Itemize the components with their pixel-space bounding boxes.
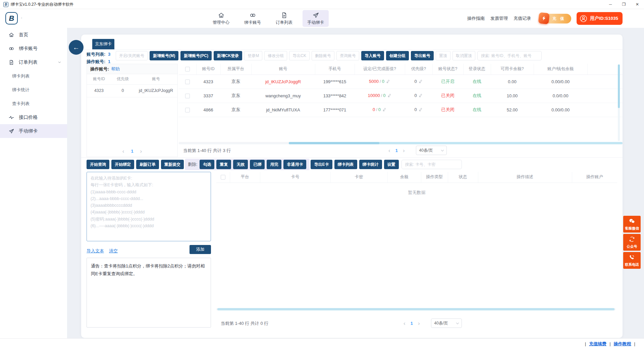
- close-button[interactable]: ✕: [631, 0, 644, 9]
- sidebar-item-bind-card-stats[interactable]: 绑卡统计: [0, 83, 67, 97]
- export-ecard-button[interactable]: 导出E卡: [311, 160, 332, 169]
- home-icon: [218, 12, 225, 19]
- chevron-right-icon[interactable]: ›: [21, 15, 22, 20]
- horizontal-scrollbar[interactable]: [179, 142, 623, 144]
- recharge-button[interactable]: 充 值: [542, 14, 571, 23]
- page-size-select[interactable]: 40条/页: [431, 318, 462, 328]
- export-ck-button[interactable]: 导出CK: [289, 51, 310, 60]
- vertical-scrollbar[interactable]: [618, 64, 620, 141]
- ecard-input[interactable]: [87, 172, 211, 241]
- edit-icon[interactable]: [419, 93, 423, 99]
- pagination-info: 当前第 1-40 行 共计 0 行: [221, 320, 268, 327]
- edit-icon[interactable]: [387, 93, 392, 99]
- add-ck-login-button[interactable]: 新增CK登录: [214, 51, 242, 60]
- prev-page-button[interactable]: ‹: [122, 148, 124, 154]
- create-group-button[interactable]: 创建分组: [386, 51, 409, 60]
- sidebar-item-bind-card-list[interactable]: 绑卡列表: [0, 69, 67, 83]
- operate-account-panel: 操作账号: 帮助 账号ID优先级账号 43230jd_tKUZJcPJoggR …: [87, 64, 178, 157]
- delete-duplicate-button[interactable]: 重复: [216, 160, 231, 169]
- maximize-button[interactable]: ❐: [617, 0, 631, 9]
- done-face-value: 0: [382, 79, 384, 84]
- header-link-invoice-manage[interactable]: 发票管理: [490, 15, 508, 21]
- add-button[interactable]: 添加: [190, 245, 211, 254]
- sidebar-item-manual-bind-card[interactable]: 手动绑卡: [0, 124, 67, 138]
- next-page-button[interactable]: ›: [140, 148, 142, 154]
- link-icon: [249, 12, 256, 19]
- column-header: 登录状态: [463, 64, 491, 74]
- official-account-button[interactable]: 公众号: [623, 234, 641, 251]
- select-all-checkbox[interactable]: [185, 67, 190, 71]
- import-text-link[interactable]: 导入文本: [87, 248, 104, 254]
- start-bind-button[interactable]: 开始绑定: [111, 160, 134, 169]
- resubmit-button[interactable]: 重新提交: [161, 160, 184, 169]
- operate-account-row[interactable]: 43230jd_tKUZJcPJoggR: [87, 84, 177, 97]
- delete-invalid-button[interactable]: 无效: [233, 160, 248, 169]
- contact-phone-button[interactable]: 联系电话: [623, 252, 641, 269]
- footer-link-recharge-renew[interactable]: 充值续费: [589, 341, 606, 347]
- pin-top-button[interactable]: 置顶: [436, 51, 450, 60]
- tab-jd-bind-card[interactable]: 京东绑卡: [92, 39, 114, 49]
- sidebar-item-order-list[interactable]: 订单列表: [0, 55, 67, 69]
- import-account-button[interactable]: 导入账号: [361, 51, 384, 60]
- row-checkbox[interactable]: [185, 94, 190, 98]
- account-search-input[interactable]: [477, 51, 542, 60]
- header-link-operation-guide[interactable]: 操作指南: [467, 15, 485, 21]
- delete-used-up-button[interactable]: 用完: [267, 160, 281, 169]
- minimize-button[interactable]: ─: [604, 0, 617, 9]
- delete-bound-button[interactable]: 已绑: [250, 160, 265, 169]
- delete-non-universal-button[interactable]: 非通用卡: [283, 160, 306, 169]
- edit-icon[interactable]: [419, 79, 423, 85]
- login-m-button[interactable]: 登录M: [244, 51, 262, 60]
- help-link[interactable]: 帮助: [111, 66, 120, 72]
- delete-checked-button[interactable]: 勾选: [200, 160, 214, 169]
- current-page[interactable]: 1: [395, 148, 398, 153]
- edit-icon[interactable]: [382, 107, 387, 113]
- footer-link-tutorial[interactable]: 操作教程: [614, 341, 631, 347]
- modify-group-button[interactable]: 修改分组: [264, 51, 287, 60]
- sidebar-item-api-price[interactable]: 接口价格: [0, 110, 67, 124]
- refresh-order-button[interactable]: 刷新订单: [136, 160, 159, 169]
- sidebar-item-bind-card-account[interactable]: 绑卡账号: [0, 42, 67, 55]
- add-account-m-button[interactable]: 新增账号(M): [150, 51, 178, 60]
- top-nav-order-list[interactable]: 订单列表: [271, 10, 297, 27]
- edit-icon[interactable]: [419, 107, 423, 113]
- bind-card-list-button[interactable]: 绑卡列表: [334, 160, 357, 169]
- settings-button[interactable]: 设置: [384, 160, 399, 169]
- sidebar-item-home[interactable]: 首页: [0, 28, 67, 42]
- row-checkbox[interactable]: [185, 108, 190, 112]
- delete-account-button[interactable]: 删除账号: [312, 51, 334, 60]
- horizontal-scrollbar[interactable]: [216, 308, 615, 310]
- top-nav-manual-bind-card[interactable]: 手动绑卡: [303, 10, 329, 27]
- column-header: 账号ID: [196, 64, 220, 74]
- prev-page-button[interactable]: ‹: [388, 148, 390, 153]
- select-all-checkbox[interactable]: [221, 175, 225, 180]
- toggle-account-button[interactable]: 开启/关闭账号: [116, 51, 148, 60]
- add-account-pc-button[interactable]: 新增账号(PC): [180, 51, 212, 60]
- query-account-button[interactable]: 查询账号: [336, 51, 359, 60]
- top-nav-bind-card-account[interactable]: 绑卡账号: [239, 10, 266, 27]
- edit-icon[interactable]: [386, 79, 390, 85]
- sidebar-item-check-card-list[interactable]: 查卡列表: [0, 97, 67, 110]
- card-search-input[interactable]: [401, 160, 462, 169]
- current-page[interactable]: 1: [411, 321, 413, 326]
- column-header: 平台: [230, 172, 260, 183]
- top-nav-label: 管理中心: [213, 20, 229, 26]
- header-link-recharge-record[interactable]: 充值记录: [514, 15, 531, 21]
- prev-page-button[interactable]: ‹: [404, 320, 406, 326]
- clear-link[interactable]: 清空: [109, 248, 118, 254]
- user-id-button[interactable]: 用户ID:S1035: [577, 12, 623, 25]
- current-page[interactable]: 1: [131, 149, 133, 154]
- start-query-button[interactable]: 开始查询: [87, 160, 109, 169]
- next-page-button[interactable]: ›: [418, 320, 420, 326]
- next-page-button[interactable]: ›: [403, 148, 405, 153]
- top-nav-manage-center[interactable]: 管理中心: [208, 10, 234, 27]
- page-size-select[interactable]: 40条/页: [416, 146, 447, 155]
- collapse-panel-button[interactable]: ←: [69, 40, 84, 55]
- cancel-pin-top-button[interactable]: 取消置顶: [452, 51, 475, 60]
- export-account-button[interactable]: 导出账号: [411, 51, 434, 60]
- login-status-cell: 在线: [463, 74, 491, 89]
- bind-card-stats-button[interactable]: 绑卡统计: [359, 160, 382, 169]
- import-links: 导入文本 清空: [87, 248, 118, 254]
- row-checkbox[interactable]: [185, 80, 190, 84]
- wechat-service-button[interactable]: 客服微信: [623, 216, 641, 233]
